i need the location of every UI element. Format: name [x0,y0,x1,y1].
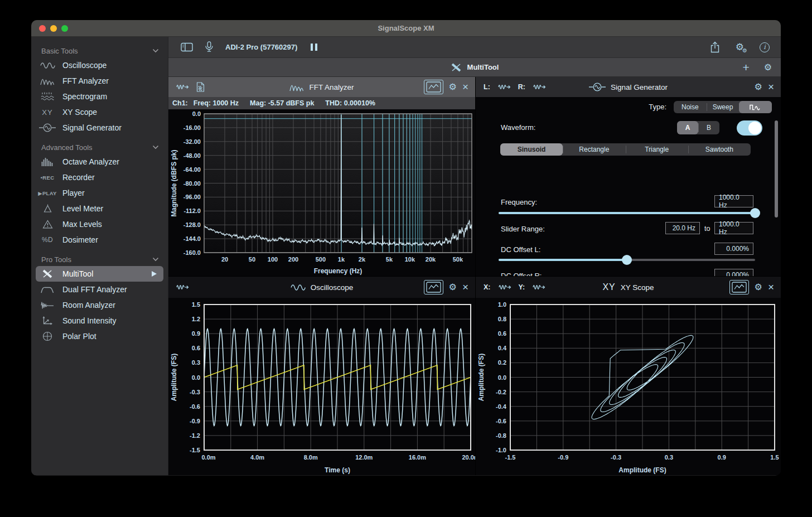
xy-settings-button[interactable]: ⚙ [755,283,762,292]
sidebar-item-oscilloscope[interactable]: Oscilloscope [36,57,163,73]
scrollbar[interactable] [775,120,778,218]
dc-offset-l-field[interactable]: 0.000% [714,243,753,255]
info-button[interactable]: i [760,42,770,52]
sidebar-item-label: Recorder [62,173,95,182]
svg-text:5k: 5k [386,256,393,263]
sidebar-item-dosimeter[interactable]: %DDosimeter [36,232,163,248]
sidebar-item-max-levels[interactable]: Max Levels [36,216,163,232]
sidebar-item-multitool[interactable]: MultiTool [36,266,163,282]
fft-chart[interactable]: 0.0-16.00-32.00-48.00-64.00-80.00-96.00-… [168,109,475,276]
svg-text:-0.4: -0.4 [496,403,507,410]
sidebar-item-recorder[interactable]: •RECRecorder [36,170,163,185]
device-selector[interactable]: ADI-2 Pro (57760297) [225,43,297,51]
fft-close-button[interactable]: × [462,83,468,91]
xy-scope-title: XY Scope [621,283,654,292]
channel-option-a[interactable]: A [677,121,698,134]
frequency-slider[interactable] [499,212,755,214]
oscilloscope-chart[interactable]: -1.5-1.2-0.9-0.6-0.30.00.30.60.91.21.50.… [168,298,475,475]
sidebar-item-octave-analyzer[interactable]: Octave Analyzer [36,154,163,170]
left-route-icon[interactable] [498,83,511,91]
siggen-settings-button[interactable]: ⚙ [755,83,762,91]
waveform-option-sinusoid[interactable]: Sinusoid [500,143,563,156]
snapshot-file-icon[interactable] [196,82,205,92]
frequency-value-field[interactable]: 1000.0 Hz [714,195,753,207]
zoom-window-button[interactable] [61,25,68,32]
sidebar-item-dual-fft-analyzer[interactable]: Dual FFT Analyzer [36,282,163,297]
input-route-icon[interactable] [176,283,190,291]
svg-text:50k: 50k [453,256,463,263]
output-toggle[interactable] [737,120,762,136]
multitool-settings-button[interactable]: ⚙ [764,63,772,72]
type-option-pulse-wave-icon[interactable] [739,101,772,113]
toggle-knob [748,122,761,134]
input-route-icon[interactable] [176,83,190,91]
left-channel-label: L: [484,83,490,91]
svg-text:12.0m: 12.0m [355,454,373,461]
svg-text:-0.2: -0.2 [496,389,506,395]
multitool-bar: MultiTool + ⚙ [168,58,781,77]
svg-text:0.0: 0.0 [192,110,201,117]
waveform-option-sawtooth[interactable]: Sawtooth [688,143,751,156]
oscilloscope-settings-button[interactable]: ⚙ [449,283,457,292]
x-route-icon[interactable] [499,283,512,291]
type-option-sweep[interactable]: Sweep [707,101,740,113]
chart-style-button[interactable] [729,280,749,294]
xy-close-button[interactable]: × [768,283,774,291]
section-label: Pro Tools [41,255,71,264]
sidebar-item-level-meter[interactable]: Level Meter [36,201,163,216]
svg-text:0.0: 0.0 [192,374,200,381]
sine-wave-icon [37,62,58,69]
sidebar-item-player[interactable]: ▶PLAYPlayer [36,185,163,201]
oscilloscope-close-button[interactable]: × [462,283,468,291]
sidebar-section-header[interactable]: Pro Tools [31,253,168,266]
svg-text:50: 50 [249,256,255,263]
settings-gears-button[interactable]: ⚙⚙ [736,42,744,52]
chart-style-button[interactable] [424,80,443,94]
sidebar-item-polar-plot[interactable]: Polar Plot [36,328,163,344]
frequency-slider-knob[interactable] [750,208,760,218]
siggen-close-button[interactable]: × [768,83,774,91]
sidebar-item-xy-scope[interactable]: XYXY Scope [36,104,163,120]
sidebar-item-label: MultiTool [62,269,93,278]
play-indicator-icon [152,271,157,277]
range-to-field[interactable]: 1000.0 Hz [714,222,753,234]
sidebar-item-fft-analyzer[interactable]: FFT Analyzer [36,73,163,89]
range-from-field[interactable]: 20.0 Hz [665,222,700,234]
svg-text:0.0: 0.0 [498,374,506,381]
xy-chart[interactable]: -1.0-0.8-0.6-0.4-0.20.00.20.40.60.81.0-1… [476,298,781,475]
sidebar-section-header[interactable]: Advanced Tools [31,141,168,154]
sidebar-toggle-button[interactable] [181,42,193,52]
microphone-icon[interactable] [205,41,213,53]
play-text-icon: ▶PLAY [37,190,58,196]
oscilloscope-title: Oscilloscope [311,283,354,292]
svg-text:500: 500 [316,256,326,263]
sidebar-item-room-analyzer[interactable]: Room Analyzer [36,297,163,313]
sidebar-item-sound-intensity[interactable]: Sound Intensity [36,313,163,328]
svg-text:2k: 2k [359,256,366,263]
fft-glyph-icon [289,83,304,91]
sidebar-item-spectrogram[interactable]: Spectrogram [36,89,163,104]
sidebar-item-signal-generator[interactable]: Signal Generator [36,120,163,136]
svg-text:-1.5: -1.5 [505,454,516,461]
close-window-button[interactable] [39,25,46,32]
dc-offset-slider-knob[interactable] [622,255,632,265]
channel-option-b[interactable]: B [698,121,719,134]
svg-text:20.0m: 20.0m [462,454,475,461]
share-button[interactable] [710,41,720,53]
pause-button[interactable] [310,44,318,51]
svg-text:0.3: 0.3 [192,359,200,366]
add-tool-button[interactable]: + [742,61,749,73]
sidebar-section-header[interactable]: Basic Tools [31,44,168,57]
waveform-option-rectangle[interactable]: Rectangle [563,143,625,156]
dc-offset-r-field[interactable]: 0.000% [714,269,753,276]
minimize-window-button[interactable] [50,25,57,32]
waveform-option-triangle[interactable]: Triangle [626,143,688,156]
type-option-noise[interactable]: Noise [674,101,707,113]
fft-settings-button[interactable]: ⚙ [449,83,457,91]
chart-style-button[interactable] [424,280,443,294]
dc-offset-slider[interactable] [499,259,755,261]
multitool-bar-title: MultiTool [467,63,499,71]
level-meter-icon [37,204,58,213]
right-route-icon[interactable] [533,83,547,91]
y-route-icon[interactable] [533,283,546,291]
